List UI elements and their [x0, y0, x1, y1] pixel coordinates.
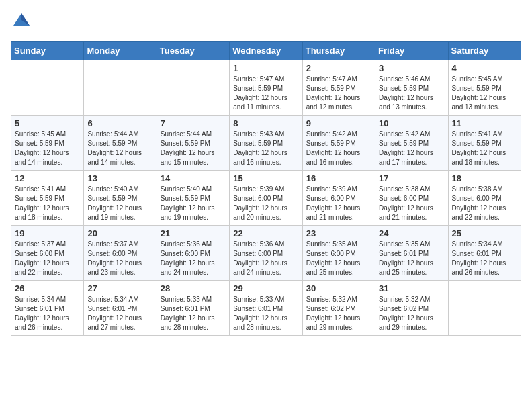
calendar-cell: 5Sunrise: 5:45 AM Sunset: 5:59 PM Daylig…: [11, 116, 84, 171]
day-info: Sunrise: 5:32 AM Sunset: 6:02 PM Dayligh…: [379, 295, 444, 332]
calendar-cell: 30Sunrise: 5:32 AM Sunset: 6:02 PM Dayli…: [302, 281, 375, 336]
calendar-cell: 2Sunrise: 5:47 AM Sunset: 5:59 PM Daylig…: [302, 60, 375, 116]
calendar-cell: 23Sunrise: 5:35 AM Sunset: 6:00 PM Dayli…: [302, 226, 375, 281]
calendar-cell: 11Sunrise: 5:41 AM Sunset: 5:59 PM Dayli…: [448, 116, 521, 171]
day-info: Sunrise: 5:41 AM Sunset: 5:59 PM Dayligh…: [452, 130, 517, 167]
day-info: Sunrise: 5:40 AM Sunset: 5:59 PM Dayligh…: [87, 185, 152, 222]
calendar-cell: 10Sunrise: 5:42 AM Sunset: 5:59 PM Dayli…: [375, 116, 448, 171]
calendar-cell: 17Sunrise: 5:38 AM Sunset: 6:00 PM Dayli…: [375, 171, 448, 226]
calendar-cell: [84, 60, 157, 116]
day-number: 30: [306, 283, 371, 293]
day-number: 31: [379, 283, 444, 293]
day-info: Sunrise: 5:42 AM Sunset: 5:59 PM Dayligh…: [379, 130, 444, 167]
day-number: 10: [379, 118, 444, 128]
day-number: 18: [452, 173, 517, 183]
day-number: 17: [379, 173, 444, 183]
day-info: Sunrise: 5:46 AM Sunset: 5:59 PM Dayligh…: [379, 75, 444, 112]
calendar-cell: 1Sunrise: 5:47 AM Sunset: 5:59 PM Daylig…: [230, 60, 302, 116]
day-info: Sunrise: 5:47 AM Sunset: 5:59 PM Dayligh…: [233, 75, 298, 112]
weekday-header-saturday: Saturday: [448, 42, 521, 60]
day-info: Sunrise: 5:38 AM Sunset: 6:00 PM Dayligh…: [452, 185, 517, 222]
page-header: [11, 11, 521, 33]
day-info: Sunrise: 5:39 AM Sunset: 6:00 PM Dayligh…: [233, 185, 298, 222]
calendar-cell: 27Sunrise: 5:34 AM Sunset: 6:01 PM Dayli…: [84, 281, 157, 336]
calendar-cell: 4Sunrise: 5:45 AM Sunset: 5:59 PM Daylig…: [448, 60, 521, 116]
day-number: 7: [161, 118, 226, 128]
weekday-header-friday: Friday: [375, 42, 448, 60]
day-info: Sunrise: 5:44 AM Sunset: 5:59 PM Dayligh…: [161, 130, 226, 167]
day-number: 2: [306, 63, 371, 73]
calendar-cell: 9Sunrise: 5:42 AM Sunset: 5:59 PM Daylig…: [302, 116, 375, 171]
day-info: Sunrise: 5:33 AM Sunset: 6:01 PM Dayligh…: [161, 295, 226, 332]
calendar-cell: 21Sunrise: 5:36 AM Sunset: 6:00 PM Dayli…: [157, 226, 229, 281]
day-info: Sunrise: 5:37 AM Sunset: 6:00 PM Dayligh…: [87, 240, 152, 277]
weekday-header-wednesday: Wednesday: [230, 42, 302, 60]
day-info: Sunrise: 5:42 AM Sunset: 5:59 PM Dayligh…: [306, 130, 371, 167]
weekday-header-thursday: Thursday: [302, 42, 375, 60]
logo: [11, 11, 31, 33]
day-number: 12: [15, 173, 80, 183]
calendar-cell: 8Sunrise: 5:43 AM Sunset: 5:59 PM Daylig…: [230, 116, 302, 171]
calendar-cell: 3Sunrise: 5:46 AM Sunset: 5:59 PM Daylig…: [375, 60, 448, 116]
calendar-cell: 13Sunrise: 5:40 AM Sunset: 5:59 PM Dayli…: [84, 171, 157, 226]
day-info: Sunrise: 5:43 AM Sunset: 5:59 PM Dayligh…: [233, 130, 298, 167]
day-info: Sunrise: 5:45 AM Sunset: 5:59 PM Dayligh…: [452, 75, 517, 112]
day-number: 4: [452, 63, 517, 73]
day-number: 9: [306, 118, 371, 128]
day-info: Sunrise: 5:34 AM Sunset: 6:01 PM Dayligh…: [15, 295, 80, 332]
calendar-cell: 28Sunrise: 5:33 AM Sunset: 6:01 PM Dayli…: [157, 281, 229, 336]
day-info: Sunrise: 5:37 AM Sunset: 6:00 PM Dayligh…: [15, 240, 80, 277]
day-info: Sunrise: 5:41 AM Sunset: 5:59 PM Dayligh…: [15, 185, 80, 222]
day-info: Sunrise: 5:40 AM Sunset: 5:59 PM Dayligh…: [161, 185, 226, 222]
calendar-cell: 7Sunrise: 5:44 AM Sunset: 5:59 PM Daylig…: [157, 116, 229, 171]
calendar-cell: 12Sunrise: 5:41 AM Sunset: 5:59 PM Dayli…: [11, 171, 84, 226]
calendar-cell: 24Sunrise: 5:35 AM Sunset: 6:01 PM Dayli…: [375, 226, 448, 281]
day-number: 20: [87, 228, 152, 238]
day-number: 11: [452, 118, 517, 128]
day-number: 26: [15, 283, 80, 293]
day-number: 16: [306, 173, 371, 183]
day-number: 25: [452, 228, 517, 238]
day-info: Sunrise: 5:35 AM Sunset: 6:01 PM Dayligh…: [379, 240, 444, 277]
day-number: 13: [87, 173, 152, 183]
calendar-cell: [157, 60, 229, 116]
calendar-cell: 31Sunrise: 5:32 AM Sunset: 6:02 PM Dayli…: [375, 281, 448, 336]
day-number: 3: [379, 63, 444, 73]
day-number: 1: [233, 63, 298, 73]
day-number: 5: [15, 118, 80, 128]
calendar-cell: 25Sunrise: 5:34 AM Sunset: 6:01 PM Dayli…: [448, 226, 521, 281]
day-number: 8: [233, 118, 298, 128]
day-info: Sunrise: 5:44 AM Sunset: 5:59 PM Dayligh…: [87, 130, 152, 167]
calendar-cell: 19Sunrise: 5:37 AM Sunset: 6:00 PM Dayli…: [11, 226, 84, 281]
calendar-cell: 18Sunrise: 5:38 AM Sunset: 6:00 PM Dayli…: [448, 171, 521, 226]
calendar-cell: [448, 281, 521, 336]
day-info: Sunrise: 5:45 AM Sunset: 5:59 PM Dayligh…: [15, 130, 80, 167]
day-number: 24: [379, 228, 444, 238]
logo-icon: [12, 11, 31, 30]
calendar-cell: 20Sunrise: 5:37 AM Sunset: 6:00 PM Dayli…: [84, 226, 157, 281]
day-number: 22: [233, 228, 298, 238]
weekday-header-tuesday: Tuesday: [157, 42, 229, 60]
day-info: Sunrise: 5:32 AM Sunset: 6:02 PM Dayligh…: [306, 295, 371, 332]
day-info: Sunrise: 5:38 AM Sunset: 6:00 PM Dayligh…: [379, 185, 444, 222]
day-number: 21: [161, 228, 226, 238]
calendar-cell: [11, 60, 84, 116]
day-info: Sunrise: 5:36 AM Sunset: 6:00 PM Dayligh…: [233, 240, 298, 277]
day-info: Sunrise: 5:34 AM Sunset: 6:01 PM Dayligh…: [452, 240, 517, 277]
calendar-cell: 14Sunrise: 5:40 AM Sunset: 5:59 PM Dayli…: [157, 171, 229, 226]
day-info: Sunrise: 5:34 AM Sunset: 6:01 PM Dayligh…: [87, 295, 152, 332]
calendar-cell: 29Sunrise: 5:33 AM Sunset: 6:01 PM Dayli…: [230, 281, 302, 336]
day-number: 28: [161, 283, 226, 293]
weekday-header-sunday: Sunday: [11, 42, 84, 60]
day-number: 23: [306, 228, 371, 238]
day-info: Sunrise: 5:36 AM Sunset: 6:00 PM Dayligh…: [161, 240, 226, 277]
day-number: 6: [87, 118, 152, 128]
day-number: 29: [233, 283, 298, 293]
calendar-cell: 16Sunrise: 5:39 AM Sunset: 6:00 PM Dayli…: [302, 171, 375, 226]
day-number: 27: [87, 283, 152, 293]
day-info: Sunrise: 5:39 AM Sunset: 6:00 PM Dayligh…: [306, 185, 371, 222]
weekday-header-monday: Monday: [84, 42, 157, 60]
calendar-cell: 26Sunrise: 5:34 AM Sunset: 6:01 PM Dayli…: [11, 281, 84, 336]
day-number: 19: [15, 228, 80, 238]
day-info: Sunrise: 5:47 AM Sunset: 5:59 PM Dayligh…: [306, 75, 371, 112]
